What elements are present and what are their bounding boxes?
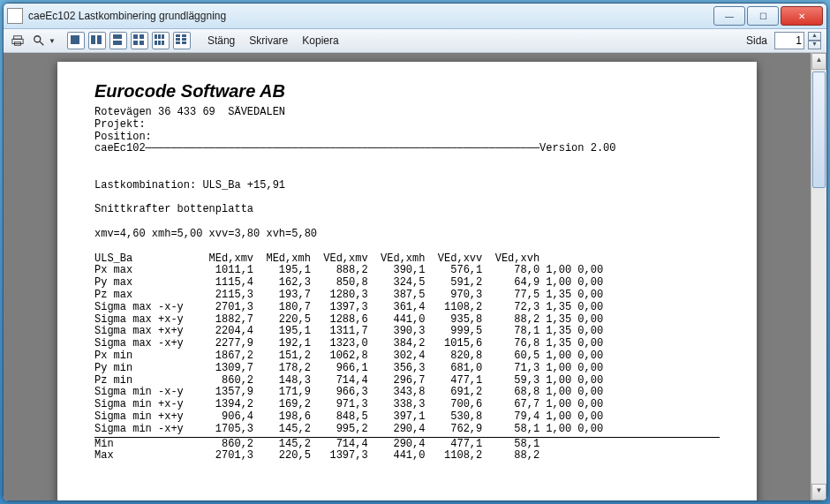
combination-line: Lastkombination: ULS_Ba +15,91: [94, 180, 720, 192]
view-single-page-button[interactable]: [67, 32, 85, 49]
position-line: Position:: [94, 132, 720, 144]
paper-scroll[interactable]: Eurocode Software AB Rotevägen 36 433 69…: [4, 53, 811, 500]
page-spin-down[interactable]: ▼: [808, 41, 821, 49]
copy-link[interactable]: Kopiera: [297, 33, 343, 49]
titlebar: caeEc102 Lastkombinering grundläggning ―…: [4, 4, 826, 29]
view-two-rows-button[interactable]: [109, 32, 127, 49]
maximize-button[interactable]: ☐: [747, 6, 779, 26]
zoom-icon[interactable]: [30, 32, 48, 49]
view-grid-3x2-button[interactable]: [152, 32, 170, 49]
view-two-columns-button[interactable]: [88, 32, 106, 49]
close-button[interactable]: ✕: [781, 6, 823, 26]
scroll-up-button[interactable]: ▲: [811, 53, 826, 70]
close-link[interactable]: Stäng: [202, 33, 240, 49]
page-number-input[interactable]: [774, 32, 804, 49]
view-grid-2x2-button[interactable]: [131, 32, 148, 49]
vertical-scrollbar[interactable]: ▲ ▼: [811, 53, 826, 500]
zoom-dropdown-icon[interactable]: ▼: [49, 37, 56, 45]
page-spinner[interactable]: ▲ ▼: [808, 32, 821, 49]
printer-link[interactable]: Skrivare: [244, 33, 293, 49]
page-spin-up[interactable]: ▲: [808, 32, 821, 41]
results-table: ULS_Ba MEd,xmv MEd,xmh VEd,xmv VEd,xmh V…: [94, 253, 720, 436]
coord-line: xmv=4,60 xmh=5,00 xvv=3,80 xvh=5,80: [94, 229, 720, 241]
minimize-button[interactable]: ―: [713, 6, 745, 26]
scroll-down-button[interactable]: ▼: [811, 484, 826, 500]
print-icon[interactable]: [9, 32, 26, 49]
app-window: caeEc102 Lastkombinering grundläggning ―…: [3, 3, 827, 501]
address-line: Rotevägen 36 433 69 SÄVEDALEN: [94, 107, 720, 119]
summary-table: Min 860,2 145,2 714,4 290,4 477,1 58,1 M…: [94, 439, 720, 463]
window-title: caeEc102 Lastkombinering grundläggning: [28, 10, 712, 22]
svg-line-4: [40, 41, 43, 45]
page-label: Sida: [743, 34, 771, 47]
toolbar: ▼ Stäng Skrivare Kopiera Sida ▲ ▼: [4, 29, 826, 53]
project-line: Projekt:: [94, 119, 720, 132]
section-line: Snittkrafter bottenplatta: [94, 204, 720, 216]
scroll-thumb[interactable]: [812, 71, 826, 188]
scroll-track[interactable]: [811, 70, 826, 484]
company-heading: Eurocode Software AB: [94, 81, 720, 102]
svg-point-3: [34, 36, 41, 42]
report-page: Eurocode Software AB Rotevägen 36 433 69…: [57, 62, 757, 500]
svg-rect-0: [14, 36, 22, 40]
view-grid-2x3-button[interactable]: [173, 32, 191, 49]
preview-area: Eurocode Software AB Rotevägen 36 433 69…: [4, 53, 826, 500]
app-icon: [7, 8, 23, 24]
svg-rect-1: [12, 39, 23, 43]
module-version-line: caeEc102————————————————————————————————…: [94, 143, 720, 155]
